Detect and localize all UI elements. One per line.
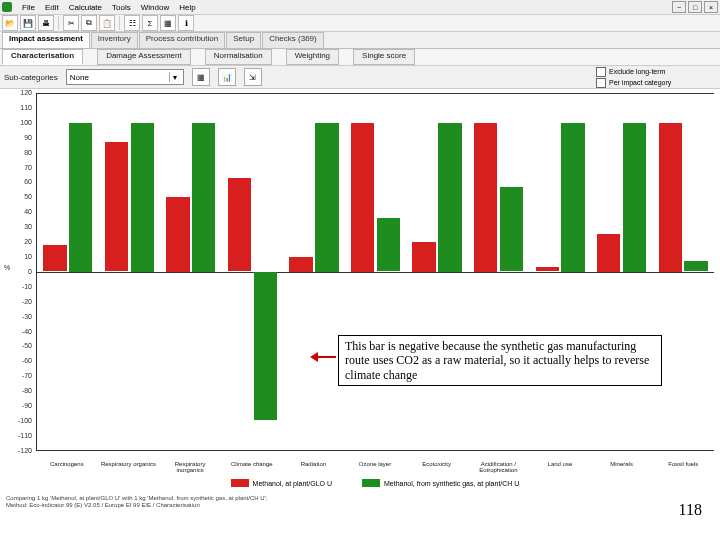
menu-bar: File Edit Calculate Tools Window Help − … xyxy=(0,0,720,15)
x-tick-label: Carcinogens xyxy=(36,461,98,473)
bar-group xyxy=(345,93,407,450)
subtab-weighting[interactable]: Weighting xyxy=(286,49,339,65)
subtab-single-score[interactable]: Single score xyxy=(353,49,415,65)
minimize-icon[interactable]: − xyxy=(672,1,686,13)
bar-red xyxy=(659,123,682,272)
bar-green xyxy=(684,261,707,271)
calc-icon[interactable]: Σ xyxy=(142,15,158,31)
check-exclude-longterm[interactable]: Exclude long-term xyxy=(596,67,716,77)
bar-group xyxy=(652,93,714,450)
chevron-down-icon: ▾ xyxy=(169,72,180,82)
chart-icon[interactable]: ▦ xyxy=(160,15,176,31)
tab-setup[interactable]: Setup xyxy=(226,32,261,48)
app-icon xyxy=(2,2,12,12)
swatch-green xyxy=(362,479,380,487)
bar-group xyxy=(99,93,161,450)
bar-red xyxy=(166,197,189,271)
plot xyxy=(36,93,714,451)
x-tick-label: Ecotoxicity xyxy=(406,461,468,473)
bar-green xyxy=(561,123,584,272)
bar-group xyxy=(468,93,530,450)
subcategories-label: Sub-categories xyxy=(4,73,58,82)
bar-green xyxy=(438,123,461,272)
legend-label: Methanol, from synthetic gas, at plant/C… xyxy=(384,480,519,487)
legend-item-green: Methanol, from synthetic gas, at plant/C… xyxy=(362,479,519,487)
checkbox-icon xyxy=(596,78,606,88)
x-tick-label: Respiratory organics xyxy=(98,461,160,473)
toolbar: 📂 💾 🖶 ✂ ⧉ 📋 ☷ Σ ▦ ℹ xyxy=(0,15,720,32)
bar-group xyxy=(529,93,591,450)
copy-icon[interactable]: ⧉ xyxy=(81,15,97,31)
bar-red xyxy=(412,242,435,272)
bar-green xyxy=(192,123,215,272)
bar-groups xyxy=(37,93,714,450)
tab-checks[interactable]: Checks (369) xyxy=(262,32,324,48)
bar-group xyxy=(222,93,284,450)
maximize-icon[interactable]: □ xyxy=(688,1,702,13)
tab-impact-assessment[interactable]: Impact assessment xyxy=(2,32,90,48)
menu-tools[interactable]: Tools xyxy=(112,3,131,12)
subcategories-dropdown[interactable]: None ▾ xyxy=(66,69,184,85)
paste-icon[interactable]: 📋 xyxy=(99,15,115,31)
menu-window[interactable]: Window xyxy=(141,3,169,12)
footer-line1: Comparing 1 kg 'Methanol, at plant/GLO U… xyxy=(6,495,267,502)
menu-edit[interactable]: Edit xyxy=(45,3,59,12)
bar-red xyxy=(536,267,559,271)
subtab-normalisation[interactable]: Normalisation xyxy=(205,49,272,65)
bar-red xyxy=(351,123,374,272)
x-tick-label: Minerals xyxy=(591,461,653,473)
close-icon[interactable]: × xyxy=(704,1,718,13)
bar-green xyxy=(623,123,646,272)
main-tabs: Impact assessment Inventory Process cont… xyxy=(0,32,720,49)
bar-red xyxy=(597,234,620,271)
cut-icon[interactable]: ✂ xyxy=(63,15,79,31)
x-tick-label: Climate change xyxy=(221,461,283,473)
bar-green xyxy=(69,123,92,272)
tree-icon[interactable]: ☷ xyxy=(124,15,140,31)
check-label: Exclude long-term xyxy=(609,68,665,75)
swatch-red xyxy=(231,479,249,487)
check-label: Per impact category xyxy=(609,79,671,86)
options-panel: Exclude long-term Per impact category xyxy=(596,67,716,88)
info-icon[interactable]: ℹ xyxy=(178,15,194,31)
bar-group xyxy=(37,93,99,450)
tab-process-contribution[interactable]: Process contribution xyxy=(139,32,225,48)
menu-file[interactable]: File xyxy=(22,3,35,12)
bar-red xyxy=(289,257,312,272)
bar-green xyxy=(377,218,400,272)
separator xyxy=(119,16,120,30)
save-icon[interactable]: 💾 xyxy=(20,15,36,31)
bar-group xyxy=(283,93,345,450)
print-icon[interactable]: 🖶 xyxy=(38,15,54,31)
x-tick-label: Fossil fuels xyxy=(652,461,714,473)
bar-red xyxy=(105,142,128,271)
legend-label: Methanol, at plant/GLO U xyxy=(253,480,332,487)
subtab-characterisation[interactable]: Characterisation xyxy=(2,49,83,65)
y-axis: 1201101009080706050403020100-10-20-30-40… xyxy=(0,93,34,451)
check-per-impact[interactable]: Per impact category xyxy=(596,78,716,88)
subtab-damage[interactable]: Damage Assessment xyxy=(97,49,191,65)
checkbox-icon xyxy=(596,67,606,77)
bar-group xyxy=(406,93,468,450)
arrow-shaft xyxy=(318,356,336,358)
menu-help[interactable]: Help xyxy=(179,3,195,12)
export-icon[interactable]: ⇲ xyxy=(244,68,262,86)
controls-row: Sub-categories None ▾ ▦ 📊 ⇲ Exclude long… xyxy=(0,66,720,89)
open-icon[interactable]: 📂 xyxy=(2,15,18,31)
separator xyxy=(58,16,59,30)
bar-group xyxy=(591,93,653,450)
x-tick-label: Land use xyxy=(529,461,591,473)
table-view-icon[interactable]: ▦ xyxy=(192,68,210,86)
chart-area: % 1201101009080706050403020100-10-20-30-… xyxy=(0,89,720,521)
x-tick-label: Radiation xyxy=(283,461,345,473)
chart-view-icon[interactable]: 📊 xyxy=(218,68,236,86)
legend-item-red: Methanol, at plant/GLO U xyxy=(231,479,332,487)
menu-calculate[interactable]: Calculate xyxy=(69,3,102,12)
bar-red xyxy=(228,178,251,272)
x-tick-label: Ozone layer xyxy=(344,461,406,473)
bar-green xyxy=(131,123,154,272)
dropdown-value: None xyxy=(70,73,89,82)
window-controls: − □ × xyxy=(672,1,718,13)
callout-text: This bar is negative because the synthet… xyxy=(345,339,649,382)
tab-inventory[interactable]: Inventory xyxy=(91,32,138,48)
